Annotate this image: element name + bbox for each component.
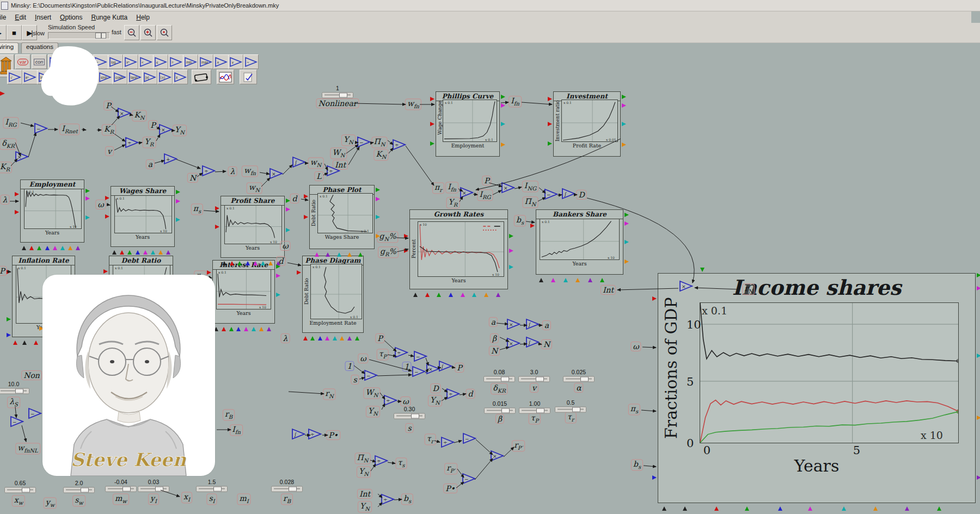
port-arrow-red[interactable] [222, 325, 226, 331]
port-arrow-magenta[interactable] [85, 196, 92, 201]
variable-α[interactable]: α [574, 383, 583, 393]
port-arrow-purple[interactable] [347, 334, 352, 340]
play-button[interactable]: ▶ [0, 25, 7, 40]
slider--0.04[interactable] [105, 486, 137, 492]
variable-y_w[interactable]: yw [44, 497, 57, 509]
variable-m_w[interactable]: mw [113, 493, 129, 505]
variable-P[interactable]: P [103, 101, 113, 110]
variable-r_P′[interactable]: rP′ [512, 440, 525, 451]
operator-×[interactable]: × [506, 318, 520, 332]
op-button-∨[interactable]: ∨ [228, 54, 243, 69]
fn-button-ln[interactable]: ln [37, 70, 52, 84]
variable-Y_N[interactable]: YN [366, 406, 380, 417]
port-arrow-red[interactable] [304, 194, 310, 199]
operator-−[interactable]: − [10, 416, 24, 430]
variable-τ_s[interactable]: τs [396, 457, 407, 469]
operator-×[interactable]: × [506, 337, 520, 351]
operator-÷[interactable]: ÷ [201, 165, 216, 179]
port-arrow-green[interactable] [700, 268, 705, 274]
variable-b_s[interactable]: bs [631, 459, 643, 470]
variable-ω[interactable]: ω [95, 200, 106, 209]
slider-0.5[interactable] [555, 407, 586, 413]
plot-button[interactable] [217, 70, 234, 84]
port-arrow-red[interactable] [714, 504, 719, 511]
port-arrow-green[interactable] [310, 334, 315, 340]
variable-s_w[interactable]: sw [72, 495, 85, 506]
operator-×[interactable]: × [269, 168, 283, 182]
port-arrow-green[interactable] [937, 504, 941, 511]
port-arrow-magenta[interactable] [53, 244, 57, 250]
port-arrow-red[interactable] [230, 259, 234, 265]
plot-investment-function[interactable]: Investment Functionx 0.1x 0.01Investment… [553, 91, 621, 157]
operator-×[interactable]: × [490, 450, 504, 464]
port-arrow-cyan[interactable] [622, 122, 628, 126]
variable-Π_N[interactable]: ΠN [372, 137, 388, 148]
operator-÷[interactable]: ÷ [392, 139, 406, 153]
port-arrow-cyan[interactable] [501, 122, 507, 126]
variable-x_I[interactable]: xI [181, 492, 192, 503]
plot-phillips-curve[interactable]: Phillips Curvex 0.1x 0.1Wage ChangeEmplo… [436, 91, 500, 157]
slider-0.08[interactable] [483, 376, 515, 382]
variable-I_RG[interactable]: IRG [477, 189, 493, 201]
port-arrow-green[interactable] [355, 334, 359, 340]
port-arrow-cyan[interactable] [376, 215, 382, 219]
port-arrow-cyan[interactable] [842, 504, 846, 511]
menu-insert[interactable]: Insert [30, 13, 56, 22]
group-button[interactable] [192, 70, 211, 84]
variable-D[interactable]: D [430, 383, 440, 393]
variable-r_P′[interactable]: rP′ [444, 463, 457, 474]
op-button-≤[interactable]: ≤ [153, 54, 168, 69]
port-arrow-green[interactable] [430, 141, 437, 146]
variable-w_fn[interactable]: wfn [405, 98, 421, 110]
constant-button[interactable]: con [32, 54, 47, 69]
port-arrow-green[interactable] [376, 188, 382, 192]
port-arrow-black[interactable] [413, 290, 418, 297]
port-arrow-magenta[interactable] [551, 276, 555, 282]
variable-K_N[interactable]: KN [132, 110, 146, 121]
variable-W_N[interactable]: WN [363, 387, 380, 399]
variable-a[interactable]: a [542, 320, 551, 330]
port-arrow-green[interactable] [622, 95, 628, 99]
variable-I_Rnet[interactable]: IRnet [59, 123, 79, 135]
variable-Y_N[interactable]: YN [357, 466, 371, 478]
variable-ω[interactable]: ω [400, 397, 411, 406]
port-arrow-black[interactable] [683, 504, 687, 511]
variable-D[interactable]: D [576, 190, 586, 200]
port-arrow-red[interactable] [304, 215, 310, 219]
zoom-reset-button[interactable] [157, 25, 172, 40]
operator-÷[interactable]: ÷ [446, 388, 460, 402]
operator-÷[interactable]: ÷ [326, 165, 340, 179]
variable-P[interactable]: P [375, 333, 384, 343]
operator-÷[interactable]: ÷ [381, 493, 395, 507]
variable-N[interactable]: N [541, 339, 552, 349]
zoom-in-button[interactable] [140, 25, 156, 40]
fn-button-⌊x⌋[interactable]: ⌊x⌋ [157, 70, 173, 84]
slider-10.0[interactable] [0, 388, 29, 394]
port-arrow-green[interactable] [127, 248, 132, 255]
slider-1.00[interactable] [519, 408, 550, 414]
port-arrow-green[interactable] [509, 234, 516, 238]
slider-0.025[interactable] [563, 376, 595, 382]
operator-−[interactable]: − [462, 473, 476, 487]
slider-0.028[interactable] [271, 486, 303, 492]
plot-wages-share[interactable]: Wages Sharex 0.1x 10Years [111, 186, 175, 247]
operator-×[interactable]: × [460, 187, 474, 201]
port-arrow-red[interactable] [15, 192, 21, 196]
port-arrow-cyan[interactable] [176, 218, 182, 222]
variable-r_B[interactable]: rB [223, 409, 235, 420]
variable-b_s[interactable]: bs [514, 215, 526, 226]
operator-×[interactable]: × [15, 151, 29, 165]
operator-−[interactable]: − [412, 366, 426, 380]
slider-0.65[interactable] [4, 487, 36, 493]
op-button-<[interactable]: < [138, 54, 154, 69]
variable-λ[interactable]: λ [281, 333, 290, 343]
slider-1[interactable] [322, 92, 353, 98]
port-arrow-orange[interactable] [575, 276, 580, 282]
op-button-∧[interactable]: ∧ [213, 54, 229, 69]
operator-×[interactable]: × [679, 280, 693, 294]
plot-phase-plot[interactable]: Phase Plotx 0.1x 0.1Debt RatioWages Shar… [309, 185, 375, 249]
port-arrow-red[interactable] [430, 122, 437, 126]
port-arrow-green[interactable] [501, 95, 507, 99]
port-arrow-red[interactable] [652, 296, 659, 301]
operator-×[interactable]: × [501, 182, 515, 196]
